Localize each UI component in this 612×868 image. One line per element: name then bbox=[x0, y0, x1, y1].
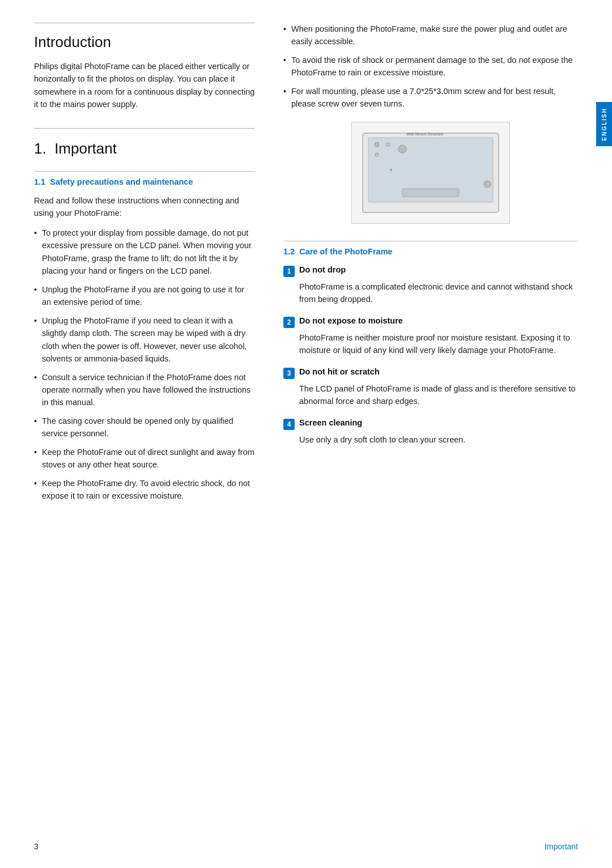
device-image: Wall Mount Structure bbox=[351, 122, 510, 224]
care-item-1-title: Do not drop bbox=[299, 265, 346, 274]
right-column: When positioning the PhotoFrame, make su… bbox=[278, 23, 578, 845]
list-item: To avoid the risk of shock or permanent … bbox=[283, 54, 578, 79]
care-item-4-text: Use only a dry soft cloth to clean your … bbox=[299, 433, 578, 446]
side-tab-text: ENGLISH bbox=[601, 108, 607, 141]
footer-label: Important bbox=[545, 842, 578, 851]
svg-point-6 bbox=[398, 145, 406, 153]
section-divider bbox=[34, 128, 255, 129]
care-number-3: 3 bbox=[283, 368, 295, 379]
right-bullet-list: When positioning the PhotoFrame, make su… bbox=[283, 23, 578, 110]
intro-title: Introduction bbox=[34, 33, 255, 51]
care-item-4: 4 Screen cleaning Use only a dry soft cl… bbox=[283, 418, 578, 446]
intro-section: Introduction Philips digital PhotoFrame … bbox=[34, 23, 255, 111]
care-number-4: 4 bbox=[283, 419, 295, 430]
list-item: The casing cover should be opened only b… bbox=[34, 415, 255, 440]
intro-body: Philips digital PhotoFrame can be placed… bbox=[34, 60, 255, 111]
care-item-1: 1 Do not drop PhotoFrame is a complicate… bbox=[283, 265, 578, 306]
list-item: Keep the PhotoFrame dry. To avoid electr… bbox=[34, 477, 255, 503]
subsection-1-1-title: 1.1 Safety precautions and maintenance bbox=[34, 171, 255, 186]
svg-text:Wall Mount Structure: Wall Mount Structure bbox=[406, 132, 443, 136]
list-item: When positioning the PhotoFrame, make su… bbox=[283, 23, 578, 48]
left-column: Introduction Philips digital PhotoFrame … bbox=[34, 23, 278, 845]
care-number-2: 2 bbox=[283, 317, 295, 328]
list-item: Unplug the PhotoFrame if you are not goi… bbox=[34, 283, 255, 309]
side-tab: ENGLISH bbox=[596, 102, 612, 146]
important-section: 1. Important 1.1 Safety precautions and … bbox=[34, 140, 255, 503]
page-container: ENGLISH Introduction Philips digital Pho… bbox=[0, 0, 612, 868]
page-number: 3 bbox=[34, 842, 39, 851]
care-item-2: 2 Do not expose to moisture PhotoFrame i… bbox=[283, 316, 578, 357]
list-item: Unplug the PhotoFrame if you need to cle… bbox=[34, 314, 255, 365]
page-footer: 3 Important bbox=[0, 842, 612, 851]
care-title: 1.2 Care of the PhotoFrame bbox=[283, 241, 578, 256]
care-item-2-text: PhotoFrame is neither moisture proof nor… bbox=[299, 331, 578, 357]
care-section: 1.2 Care of the PhotoFrame 1 Do not drop… bbox=[283, 241, 578, 446]
care-item-3: 3 Do not hit or scratch The LCD panel of… bbox=[283, 367, 578, 408]
svg-point-3 bbox=[375, 142, 379, 147]
care-item-1-header: 1 Do not drop bbox=[283, 265, 578, 277]
list-item: For wall mounting, please use a 7.0*25*3… bbox=[283, 85, 578, 110]
care-item-3-header: 3 Do not hit or scratch bbox=[283, 367, 578, 379]
subsection-intro-text: Read and follow these instructions when … bbox=[34, 194, 255, 220]
list-item: Consult a service technician if the Phot… bbox=[34, 371, 255, 409]
svg-rect-7 bbox=[402, 189, 459, 197]
list-item: To protect your display from possible da… bbox=[34, 227, 255, 278]
care-item-3-text: The LCD panel of PhotoFrame is made of g… bbox=[299, 382, 578, 408]
svg-point-5 bbox=[375, 153, 379, 156]
care-item-1-text: PhotoFrame is a complicated electronic d… bbox=[299, 280, 578, 306]
care-item-2-header: 2 Do not expose to moisture bbox=[283, 316, 578, 328]
safety-bullet-list: To protect your display from possible da… bbox=[34, 227, 255, 503]
main-content: Introduction Philips digital PhotoFrame … bbox=[0, 0, 612, 868]
care-item-4-title: Screen cleaning bbox=[299, 418, 362, 427]
care-item-3-title: Do not hit or scratch bbox=[299, 367, 380, 376]
svg-point-4 bbox=[386, 143, 390, 146]
svg-point-8 bbox=[484, 181, 491, 188]
list-item: Keep the PhotoFrame out of direct sunlig… bbox=[34, 446, 255, 471]
care-number-1: 1 bbox=[283, 266, 295, 277]
device-svg: Wall Mount Structure bbox=[357, 127, 504, 218]
svg-point-9 bbox=[390, 169, 392, 171]
care-item-2-title: Do not expose to moisture bbox=[299, 316, 403, 325]
care-item-4-header: 4 Screen cleaning bbox=[283, 418, 578, 430]
important-title: 1. Important bbox=[34, 140, 255, 158]
